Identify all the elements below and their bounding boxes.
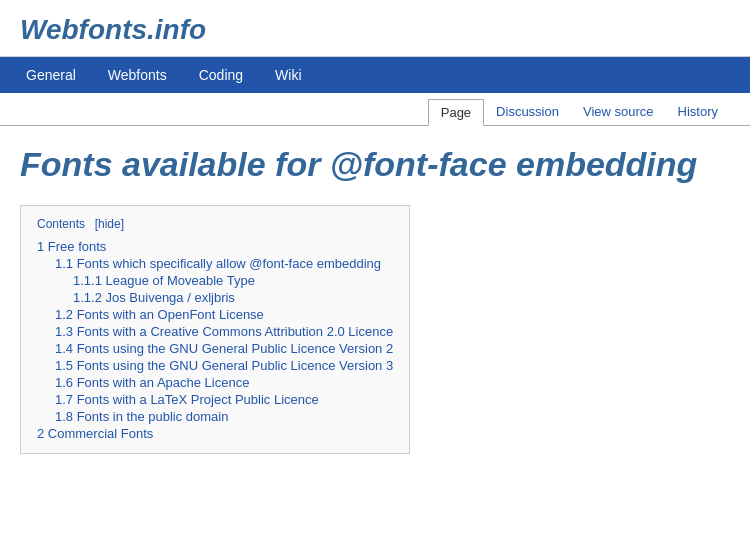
- toc-item[interactable]: 1 Free fonts: [37, 239, 393, 254]
- contents-hide[interactable]: [hide]: [95, 217, 124, 231]
- contents-header: Contents [hide]: [37, 216, 393, 231]
- toc-list: 1 Free fonts1.1 Fonts which specifically…: [37, 239, 393, 441]
- toc-item[interactable]: 1.1 Fonts which specifically allow @font…: [55, 256, 393, 271]
- tab-page[interactable]: Page: [428, 99, 484, 126]
- page-title: Fonts available for @font-face embedding: [0, 126, 750, 195]
- site-header: Webfonts.info: [0, 0, 750, 57]
- tab-view-source[interactable]: View source: [571, 99, 666, 125]
- toc-item[interactable]: 1.1.2 Jos Buivenga / exljbris: [73, 290, 393, 305]
- nav-general[interactable]: General: [10, 57, 92, 93]
- toc-item[interactable]: 1.1.1 League of Moveable Type: [73, 273, 393, 288]
- toc-item[interactable]: 1.6 Fonts with an Apache Licence: [55, 375, 393, 390]
- nav-webfonts[interactable]: Webfonts: [92, 57, 183, 93]
- toc-item[interactable]: 1.5 Fonts using the GNU General Public L…: [55, 358, 393, 373]
- site-title: Webfonts.info: [20, 14, 730, 46]
- tab-history[interactable]: History: [666, 99, 730, 125]
- contents-box: Contents [hide] 1 Free fonts1.1 Fonts wh…: [20, 205, 410, 454]
- toc-item[interactable]: 1.8 Fonts in the public domain: [55, 409, 393, 424]
- toc-item[interactable]: 1.7 Fonts with a LaTeX Project Public Li…: [55, 392, 393, 407]
- nav-coding[interactable]: Coding: [183, 57, 259, 93]
- toc-item[interactable]: 1.4 Fonts using the GNU General Public L…: [55, 341, 393, 356]
- toc-item[interactable]: 1.2 Fonts with an OpenFont License: [55, 307, 393, 322]
- toc-item[interactable]: 1.3 Fonts with a Creative Commons Attrib…: [55, 324, 393, 339]
- contents-label: Contents: [37, 217, 85, 231]
- toc-item[interactable]: 2 Commercial Fonts: [37, 426, 393, 441]
- nav-wiki[interactable]: Wiki: [259, 57, 317, 93]
- navbar: GeneralWebfontsCodingWiki: [0, 57, 750, 93]
- tabbar: PageDiscussionView sourceHistory: [0, 93, 750, 126]
- tab-discussion[interactable]: Discussion: [484, 99, 571, 125]
